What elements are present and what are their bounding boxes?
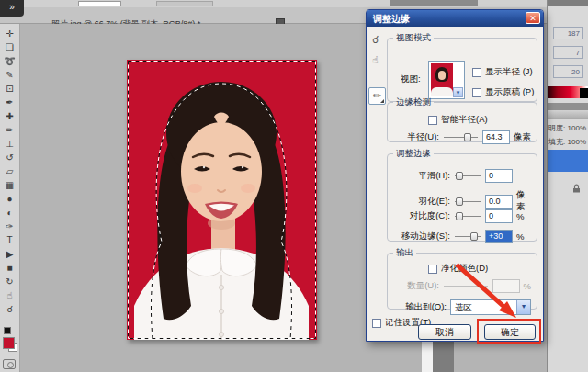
color-r-field[interactable]: 187: [553, 27, 583, 39]
shift-edge-slider[interactable]: [455, 231, 481, 242]
quick-mask-icon[interactable]: [3, 359, 16, 369]
view-mode-group: 视图模式 视图: ▾ 显示半径 (J) 显示原稿 (P): [387, 32, 537, 102]
feather-value[interactable]: 0.0: [485, 195, 513, 209]
shift-edge-unit: %: [516, 231, 533, 242]
shift-edge-value[interactable]: +30: [485, 230, 513, 243]
foreground-color-swatch[interactable]: [3, 337, 15, 349]
smart-radius-checkbox[interactable]: [428, 116, 437, 125]
view-mode-legend: 视图模式: [393, 32, 434, 44]
eyedropper-tool-icon[interactable]: ✒: [0, 96, 19, 108]
amount-slider: [444, 281, 488, 291]
clone-stamp-tool-icon[interactable]: ⊥: [0, 138, 19, 150]
dialog-titlebar[interactable]: 调整边缘 ✕: [367, 10, 543, 27]
options-dropdown[interactable]: [156, 1, 213, 6]
smooth-label: 平滑(H):: [393, 170, 450, 182]
gradient-tool-icon[interactable]: ▦: [0, 179, 19, 191]
background-strip: [433, 342, 454, 372]
show-radius-checkbox[interactable]: [472, 68, 481, 77]
portrait-image: [127, 60, 317, 340]
smooth-slider[interactable]: [455, 171, 481, 181]
refine-edge-dialog: 调整边缘 ✕ ☌ ☝ ✏ 视图模式 视图: ▾ 显示半径 (J) 显示原稿 (P…: [366, 9, 544, 342]
brush-tool-icon[interactable]: ✏: [0, 124, 19, 136]
smooth-row: 平滑(H): 0: [393, 169, 533, 183]
rotate-view-tool-icon[interactable]: ↻: [0, 276, 19, 287]
lasso-tool-icon[interactable]: ➰: [0, 55, 19, 67]
history-brush-tool-icon[interactable]: ↺: [0, 152, 19, 163]
feather-slider[interactable]: [455, 197, 481, 207]
radius-row: 半径(U): 64.3 像素: [395, 130, 531, 144]
dodge-tool-icon[interactable]: ◐: [0, 207, 19, 219]
feather-slider-thumb[interactable]: [456, 197, 463, 206]
marquee-tool-icon[interactable]: ❏: [0, 41, 19, 53]
radius-unit: 像素: [514, 131, 531, 143]
contrast-value[interactable]: 0: [485, 209, 513, 223]
dialog-close-icon[interactable]: ✕: [526, 12, 540, 24]
black-swatch[interactable]: [580, 88, 588, 98]
remember-settings-checkbox[interactable]: [372, 319, 381, 328]
smooth-slider-thumb[interactable]: [456, 172, 463, 180]
options-input[interactable]: [78, 1, 121, 6]
show-radius-row[interactable]: 显示半径 (J): [472, 66, 533, 78]
decontaminate-row[interactable]: 净化颜色(D): [428, 263, 488, 275]
tool-panel: ✛❏➰✎⊡✒✚✏⊥↺▱▦●◐✑T▶■↻☝☌: [0, 24, 20, 372]
background-strip: [422, 342, 433, 372]
output-group: 输出 净化颜色(D) 数量(U): % 输出到(O): 选区 ▾: [387, 247, 537, 310]
chevron-down-icon[interactable]: ▾: [516, 300, 530, 314]
color-b-field[interactable]: 20: [553, 65, 583, 78]
path-selection-tool-icon[interactable]: ▶: [0, 248, 19, 260]
shift-edge-label: 移动边缘(S):: [393, 231, 450, 242]
view-label: 视图:: [401, 73, 421, 85]
smooth-value[interactable]: 0: [485, 169, 513, 183]
view-thumbnail: [431, 63, 453, 96]
options-bar-segment: [390, 0, 478, 6]
adjust-edge-group: 调整边缘 平滑(H): 0 羽化(E): 0.0 像素 对比度(C): 0 % …: [387, 148, 537, 242]
view-dropdown[interactable]: ▾: [428, 61, 465, 99]
output-legend: 输出: [393, 247, 416, 259]
contrast-label: 对比度(C):: [393, 210, 450, 222]
lock-icon: [572, 184, 581, 193]
quick-selection-tool-icon[interactable]: ✎: [0, 69, 19, 81]
feather-label: 羽化(E):: [393, 196, 450, 208]
amount-row: 数量(U): %: [395, 279, 531, 293]
radius-label: 半径(U):: [395, 131, 439, 143]
dialog-zoom-tool-icon[interactable]: ☌: [372, 34, 379, 46]
contrast-slider[interactable]: [455, 211, 481, 221]
eraser-tool-icon[interactable]: ▱: [0, 165, 19, 177]
show-radius-label: 显示半径 (J): [485, 66, 533, 78]
layers-panel-header: [548, 110, 588, 119]
cancel-button[interactable]: 取消: [418, 324, 471, 340]
shape-tool-icon[interactable]: ■: [0, 262, 19, 274]
decontaminate-checkbox[interactable]: [428, 265, 437, 274]
shift-edge-slider-thumb[interactable]: [470, 232, 478, 241]
refine-radius-brush-button[interactable]: ✏: [368, 87, 386, 105]
fill-row[interactable]: 填充: 100%: [548, 137, 586, 147]
type-tool-icon[interactable]: T: [0, 234, 19, 246]
blur-tool-icon[interactable]: ●: [0, 193, 19, 205]
contrast-slider-thumb[interactable]: [456, 212, 463, 220]
collapse-panels-icon[interactable]: »: [0, 0, 24, 17]
right-panels: 187 7 20 不透明度: 100% 填充: 100%: [547, 0, 588, 372]
smart-radius-row[interactable]: 智能半径(A): [428, 114, 488, 126]
pen-tool-icon[interactable]: ✑: [0, 220, 19, 232]
radius-slider[interactable]: [444, 132, 478, 142]
healing-brush-tool-icon[interactable]: ✚: [0, 110, 19, 122]
radius-value[interactable]: 64.3: [482, 130, 510, 144]
edge-detection-legend: 边缘检测: [393, 96, 434, 108]
selected-layer-row[interactable]: [548, 150, 588, 172]
show-original-checkbox[interactable]: [472, 88, 481, 97]
output-to-dropdown[interactable]: 选区 ▾: [450, 299, 531, 315]
zoom-tool-icon[interactable]: ☌: [0, 303, 19, 315]
amount-label: 数量(U):: [395, 280, 439, 292]
opacity-row[interactable]: 不透明度: 100%: [547, 123, 586, 133]
move-tool-icon[interactable]: ✛: [0, 28, 19, 39]
crop-tool-icon[interactable]: ⊡: [0, 83, 19, 95]
color-g-field[interactable]: 7: [553, 46, 583, 59]
radius-slider-thumb[interactable]: [464, 133, 471, 141]
adjust-edge-legend: 调整边缘: [393, 148, 434, 160]
hand-tool-icon[interactable]: ☝: [0, 289, 19, 301]
contrast-unit: %: [516, 211, 533, 221]
default-colors-icon[interactable]: [4, 327, 11, 334]
contrast-row: 对比度(C): 0 %: [393, 209, 533, 223]
dialog-hand-tool-icon[interactable]: ☝: [372, 54, 379, 66]
photo-document[interactable]: [127, 60, 317, 340]
